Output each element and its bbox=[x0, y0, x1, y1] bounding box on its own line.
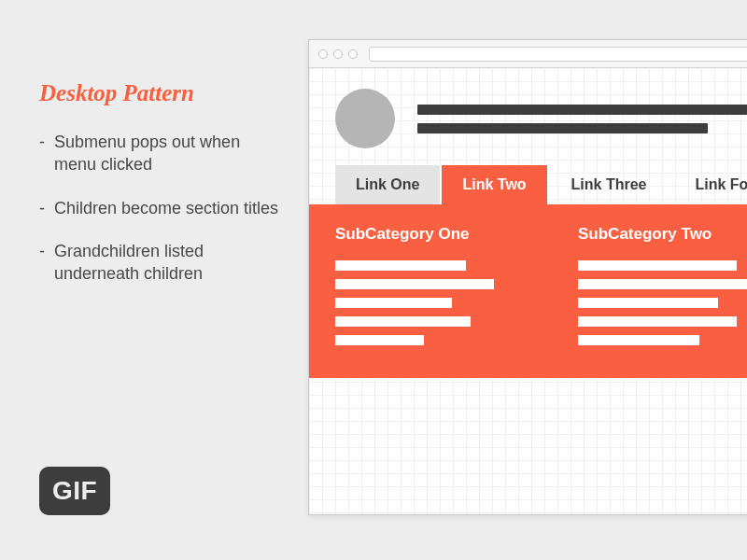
info-panel: Desktop Pattern Submenu pops out when me… bbox=[39, 80, 282, 305]
bullet-list: Submenu pops out when menu clicked Child… bbox=[39, 131, 282, 285]
placeholder-bar bbox=[417, 123, 708, 133]
bullet-item: Grandchildren listed underneath children bbox=[39, 240, 282, 286]
tab-link-one[interactable]: Link One bbox=[335, 165, 442, 204]
browser-titlebar bbox=[309, 40, 747, 68]
submenu-link-placeholder[interactable] bbox=[578, 260, 737, 271]
page-header bbox=[309, 68, 747, 165]
subcategory-title: SubCategory Two bbox=[578, 225, 747, 244]
subcategory-title: SubCategory One bbox=[335, 225, 522, 244]
placeholder-bar bbox=[417, 105, 747, 115]
tab-link-three[interactable]: Link Three bbox=[547, 165, 671, 204]
tab-link-two[interactable]: Link Two bbox=[442, 165, 546, 204]
avatar bbox=[335, 89, 395, 148]
bullet-item: Submenu pops out when menu clicked bbox=[39, 131, 282, 176]
submenu-link-placeholder[interactable] bbox=[335, 279, 494, 289]
window-zoom-icon[interactable] bbox=[348, 49, 358, 59]
submenu-link-placeholder[interactable] bbox=[578, 298, 718, 308]
submenu-link-placeholder[interactable] bbox=[578, 279, 747, 289]
mega-column: SubCategory One bbox=[335, 225, 522, 354]
submenu-link-placeholder[interactable] bbox=[578, 316, 737, 327]
window-minimize-icon[interactable] bbox=[333, 49, 343, 59]
mega-column: SubCategory Two bbox=[578, 225, 747, 354]
submenu-link-placeholder[interactable] bbox=[335, 260, 466, 271]
submenu-link-placeholder[interactable] bbox=[578, 335, 699, 345]
url-bar[interactable] bbox=[369, 47, 747, 62]
submenu-link-placeholder[interactable] bbox=[335, 335, 424, 345]
pattern-title: Desktop Pattern bbox=[39, 80, 282, 106]
submenu-link-placeholder[interactable] bbox=[335, 316, 471, 327]
gif-badge: GIF bbox=[39, 467, 110, 515]
browser-window: Link One Link Two Link Three Link Four S… bbox=[308, 39, 747, 515]
submenu-link-placeholder[interactable] bbox=[335, 298, 452, 308]
bullet-item: Children become section titles bbox=[39, 197, 282, 219]
mega-menu: SubCategory One SubCategory Two bbox=[309, 204, 747, 378]
tab-link-four[interactable]: Link Four bbox=[671, 165, 748, 204]
window-close-icon[interactable] bbox=[318, 49, 328, 59]
nav-tabs: Link One Link Two Link Three Link Four bbox=[309, 165, 747, 204]
header-text-placeholder bbox=[417, 105, 747, 133]
page-canvas: Link One Link Two Link Three Link Four S… bbox=[309, 68, 747, 514]
